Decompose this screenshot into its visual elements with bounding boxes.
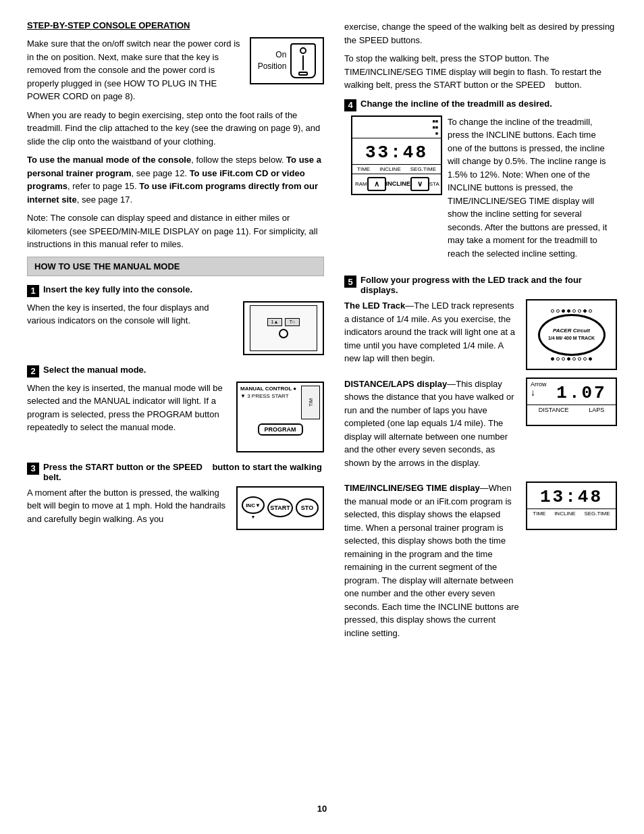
step-4-lcd-labels: TIMEINCLINESEG.TIME [352,164,441,174]
step-4-header: 4 Change the incline of the treadmill as… [344,99,617,111]
intro-block: OnPosition Make sure that the on/off swi… [27,37,324,109]
step-3-figure: INC▼ ▼ START STO [236,486,324,530]
step-1: 1 Insert the key fully into the console.… [27,284,324,355]
step-5-num: 5 [344,276,356,288]
distance-heading: DISTANCE/LAPS dis­play [344,379,447,389]
distance-body: —This display shows the distance that yo… [344,379,514,468]
led-track-text: The LED Track—The LED track represents a… [344,299,520,371]
distance-section: DISTANCE/LAPS dis­play—This display show… [344,377,617,475]
step-2-body: When the key is inserted, the manual mod… [27,382,231,434]
step-2-header: 2 Select the manual mode. [27,365,324,377]
right-stop: To stop the walking belt, press the STOP… [344,52,617,92]
distance-text: DISTANCE/LAPS dis­play—This display show… [344,377,520,475]
step-2-figure: MANUAL CONTROL ● ▼ 3 PRESS START TIM PRO… [236,382,324,452]
intro-p3: To use the manual mode of the console, f… [27,153,324,206]
time-body: —When the manual mode or an iFit.com pro… [344,483,519,638]
time-lcd: 13:48 [527,483,616,509]
step-4: 4 Change the incline of the treadmill as… [344,99,617,266]
step-1-figure: 1▲ T○ [243,301,324,355]
intro-p4: Note: The console can display speed and … [27,211,324,251]
led-track-section: The LED Track—The LED track represents a… [344,299,617,371]
step-5-content: 5 Follow your progress with the LED trac… [344,275,617,645]
stop-button-fig: STO [296,498,319,517]
step-2-content: 2 Select the manual mode. When the key i… [27,365,324,452]
step-2-title: Select the manual mode. [43,365,146,375]
time-text: TIME/INCLINE/SEG TIME display—When the m… [344,481,520,645]
step-4-lcd: 33:48 [352,138,441,164]
step-4-body: To change the incline of the treadmill, … [448,115,612,261]
intro-p2: When you are ready to begin exercising, … [27,109,324,149]
time-heading: TIME/INCLINE/SEG TIME display [344,483,480,493]
step-4-num: 4 [344,99,356,111]
step-1-body: When the key is inserted, the four displ… [27,301,238,328]
distance-labels: DISTANCELAPS [527,405,616,415]
step-3-content: 3 Press the START button or the SPEED bu… [27,462,324,531]
page-number: 10 [27,804,617,814]
right-continue: exercise, change the speed of the walkin… [344,20,617,47]
right-column: exercise, change the speed of the walkin… [344,20,617,790]
step-4-title: Change the incline of the treadmill as d… [360,99,552,109]
start-button-fig: START [267,498,293,517]
step-1-header: 1 Insert the key fully into the console. [27,284,324,297]
step-5-title: Follow your progress with the LED track … [360,275,617,295]
on-position-label: OnPosition [258,49,287,72]
page: STEP-BY-STEP CONSOLE OPERATION OnPositio… [0,0,644,834]
step-1-content: 1 Insert the key fully into the console.… [27,284,324,355]
step-5-header: 5 Follow your progress with the LED trac… [344,275,617,295]
on-position-figure: OnPosition [250,37,324,84]
section-title: STEP-BY-STEP CONSOLE OPERATION [27,20,324,30]
step-3-body: A moment after the button is pressed, th… [27,486,231,526]
step-4-figure: ■■■■■ 33:48 TIMEINCLINESEG.TIME RAM ∧ IN… [351,115,442,195]
led-track-heading: The LED Track [344,301,405,311]
step-2: 2 Select the manual mode. When the key i… [27,365,324,452]
arrow-label: Arrow ↓ [531,381,547,397]
step-3: 3 Press the START button or the SPEED bu… [27,462,324,531]
step-5: 5 Follow your progress with the LED trac… [344,275,617,645]
step-1-title: Insert the key fully into the console. [43,284,192,294]
time-section: TIME/INCLINE/SEG TIME display—When the m… [344,481,617,645]
manual-mode-header: HOW TO USE THE MANUAL MODE [27,257,324,276]
time-figure: 13:48 TIMEINCLINESEG.TIME [526,481,617,530]
time-labels: TIMEINCLINESEG.TIME [527,509,616,518]
distance-figure: Arrow ↓ 1.07 DISTANCELAPS [526,377,617,426]
step-2-num: 2 [27,365,39,377]
led-track-figure: PACER Circuit 1/4 MI/ 400 M TRACK [526,299,617,370]
distance-lcd: 1.07 [547,379,616,405]
step-3-header: 3 Press the START button or the SPEED bu… [27,462,324,482]
step-3-num: 3 [27,463,39,475]
left-column: STEP-BY-STEP CONSOLE OPERATION OnPositio… [27,20,324,790]
step-4-content: 4 Change the incline of the treadmill as… [344,99,617,266]
step-1-num: 1 [27,285,39,297]
step-3-title: Press the START button or the SPEED butt… [43,462,324,482]
